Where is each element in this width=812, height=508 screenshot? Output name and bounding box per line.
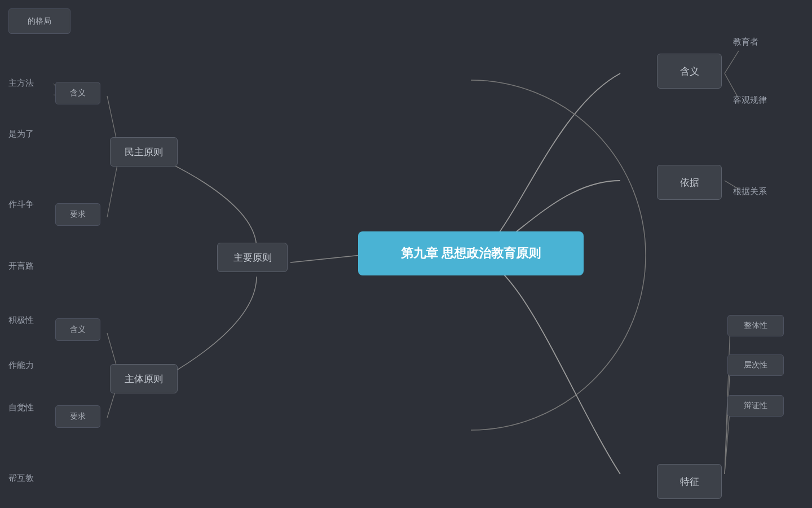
node-bianzhenxing: 辩证性 <box>727 395 784 417</box>
text-shiweil: 是为了 <box>8 129 34 139</box>
node-zhengtixing: 整体性 <box>727 315 784 336</box>
node-gejv: 的格局 <box>8 8 70 34</box>
node-tezheng: 特征 <box>657 464 722 499</box>
node-yiju: 依据 <box>657 165 722 200</box>
node-center: 第九章 思想政治教育原则 <box>358 231 584 275</box>
node-yaoqiu-mid: 要求 <box>55 203 100 226</box>
text-zijuexing: 自觉性 <box>8 402 34 413</box>
node-yaoqiu-bot: 要求 <box>55 405 100 428</box>
text-jijixing: 积极性 <box>8 315 34 326</box>
node-cengcixing: 层次性 <box>727 354 784 376</box>
node-hanyi-right: 含义 <box>657 54 722 89</box>
node-hanyi-top: 含义 <box>55 82 100 104</box>
text-genjvguanxi: 根据关系 <box>733 186 767 197</box>
text-jiaoyuzhe: 教育者 <box>733 37 758 47</box>
text-kaiyanlu: 开言路 <box>8 261 34 271</box>
text-banghuijiao: 帮互教 <box>8 473 34 484</box>
node-zhutiyuanze: 主体原则 <box>110 364 178 393</box>
node-hanyi-bot: 含义 <box>55 318 100 341</box>
text-zhufangfa: 主方法 <box>8 78 34 89</box>
text-keguangyize: 客观规律 <box>733 95 767 106</box>
text-zuodouzheng: 作斗争 <box>8 199 34 210</box>
text-zuonnengli: 作能力 <box>8 360 34 371</box>
node-minyuanze: 民主原则 <box>110 137 178 167</box>
node-zhuyaoyuanze: 主要原则 <box>217 243 288 272</box>
